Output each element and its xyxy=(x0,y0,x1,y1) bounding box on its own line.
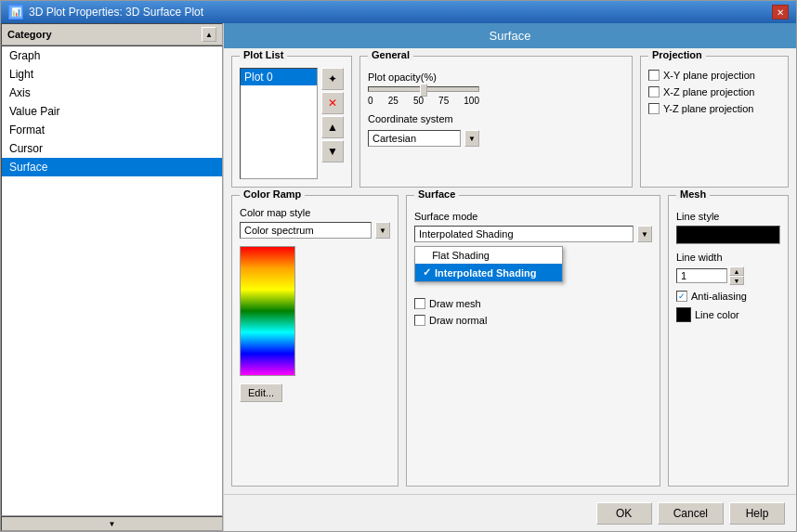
spinner-up[interactable]: ▲ xyxy=(729,266,744,276)
sidebar-item-format[interactable]: Format xyxy=(2,121,222,139)
slider-label-50: 50 xyxy=(413,96,424,106)
line-style-container: Line style xyxy=(676,211,780,244)
color-ramp-section: Color Ramp Color map style Color spectru… xyxy=(231,195,398,487)
xz-projection-checkbox[interactable] xyxy=(648,86,660,97)
sidebar: Category ▲ Graph Light Axis Value Pair F… xyxy=(1,23,224,531)
xy-projection-checkbox[interactable] xyxy=(648,70,660,81)
window-title: 3D Plot Properties: 3D Surface Plot xyxy=(29,6,203,19)
color-ramp-preview xyxy=(240,246,295,376)
line-color-label: Line color xyxy=(695,309,739,320)
surface-mode-dropdown: Flat Shading ✓ Interpolated Shading xyxy=(414,246,563,282)
line-style-label: Line style xyxy=(676,211,780,222)
main-body: Plot List Plot 0 ✦ ✕ ▲ ▼ xyxy=(224,48,796,494)
sidebar-item-surface[interactable]: Surface xyxy=(2,158,222,176)
add-plot-button[interactable]: ✦ xyxy=(321,68,344,90)
title-bar-left: 📊 3D Plot Properties: 3D Surface Plot xyxy=(8,5,203,19)
line-width-input[interactable] xyxy=(676,268,727,283)
surface-mode-label: Surface mode xyxy=(414,211,652,222)
move-down-button[interactable]: ▼ xyxy=(321,140,344,162)
projection-section: Projection X-Y plane projection X-Z plan… xyxy=(640,56,789,188)
sidebar-items-list: Graph Light Axis Value Pair Format Curso… xyxy=(1,45,223,516)
main-content: Surface Plot List Plot 0 ✦ ✕ xyxy=(224,23,796,531)
line-width-label: Line width xyxy=(676,252,780,263)
move-up-button[interactable]: ▲ xyxy=(321,116,344,138)
opacity-slider[interactable] xyxy=(368,86,479,92)
xy-projection-row: X-Y plane projection xyxy=(648,70,780,81)
coord-value: Cartesian xyxy=(372,133,416,144)
surface-mode-value: Interpolated Shading xyxy=(419,228,514,240)
color-map-style-label: Color map style xyxy=(240,207,310,218)
yz-projection-checkbox[interactable] xyxy=(648,103,660,114)
color-map-arrow[interactable]: ▼ xyxy=(375,222,390,239)
sidebar-item-value-pair[interactable]: Value Pair xyxy=(2,102,222,121)
draw-normal-checkbox[interactable] xyxy=(414,315,425,326)
remove-plot-button[interactable]: ✕ xyxy=(321,92,344,114)
sidebar-item-cursor[interactable]: Cursor xyxy=(2,139,222,158)
interpolated-shading-option[interactable]: ✓ Interpolated Shading xyxy=(415,264,562,281)
plot-list-section: Plot List Plot 0 ✦ ✕ ▲ ▼ xyxy=(231,56,352,188)
top-row: Plot List Plot 0 ✦ ✕ ▲ ▼ xyxy=(231,56,789,188)
yz-projection-row: Y-Z plane projection xyxy=(648,103,780,114)
surface-section: Surface Surface mode Interpolated Shadin… xyxy=(406,195,660,487)
color-map-value: Color spectrum xyxy=(244,225,314,236)
plot-list-box[interactable]: Plot 0 xyxy=(240,68,318,179)
surface-mode-container: Surface mode Interpolated Shading ▼ xyxy=(414,211,652,242)
sidebar-item-axis[interactable]: Axis xyxy=(2,84,222,102)
flat-shading-label: Flat Shading xyxy=(432,250,490,261)
draw-mesh-checkbox[interactable] xyxy=(414,298,425,309)
help-button[interactable]: Help xyxy=(729,502,785,525)
sidebar-item-graph[interactable]: Graph xyxy=(2,46,222,65)
coord-select[interactable]: Cartesian xyxy=(368,130,461,147)
coord-container: Coordinate system Cartesian ▼ xyxy=(368,113,624,147)
coord-label: Coordinate system xyxy=(368,113,624,124)
surface-mode-arrow[interactable]: ▼ xyxy=(637,226,652,242)
sidebar-scroll-up[interactable]: ▲ xyxy=(202,27,216,42)
edit-button[interactable]: Edit... xyxy=(240,383,282,402)
anti-alias-label: Anti-aliasing xyxy=(691,291,747,302)
close-button[interactable]: ✕ xyxy=(772,5,789,19)
slider-labels: 0 25 50 75 100 xyxy=(368,96,479,106)
cancel-button[interactable]: Cancel xyxy=(658,502,724,525)
sidebar-header: Category ▲ xyxy=(1,23,223,45)
main-window: 📊 3D Plot Properties: 3D Surface Plot ✕ … xyxy=(0,0,797,532)
color-map-select[interactable]: Color spectrum xyxy=(240,222,372,239)
draw-mesh-row: Draw mesh xyxy=(414,298,652,309)
color-ramp-label: Color Ramp xyxy=(240,188,305,200)
coord-dropdown: Cartesian ▼ xyxy=(368,130,624,147)
general-section: General Plot opacity(%) 0 25 50 75 xyxy=(359,56,633,188)
surface-mode-select-row: Interpolated Shading ▼ Flat Shading xyxy=(414,226,652,242)
sidebar-category-label: Category xyxy=(7,29,52,40)
slider-thumb xyxy=(420,84,427,97)
mesh-section: Mesh Line style Line width ▲ ▼ xyxy=(668,195,789,487)
draw-normal-label: Draw normal xyxy=(429,315,487,326)
ok-button[interactable]: OK xyxy=(596,502,652,525)
flat-shading-option[interactable]: Flat Shading xyxy=(415,247,562,264)
surface-mode-select[interactable]: Interpolated Shading xyxy=(414,226,634,242)
coord-dropdown-arrow[interactable]: ▼ xyxy=(464,130,479,147)
xz-projection-label: X-Z plane projection xyxy=(663,86,754,97)
interpolated-shading-label: Interpolated Shading xyxy=(435,267,536,279)
anti-alias-row: ✓ Anti-aliasing xyxy=(676,291,780,302)
plot-list-item[interactable]: Plot 0 xyxy=(241,69,317,85)
interpolated-check: ✓ xyxy=(423,266,431,279)
slider-label-25: 25 xyxy=(388,96,398,106)
color-map-row: Color map style xyxy=(240,207,390,218)
anti-alias-checkbox[interactable]: ✓ xyxy=(676,291,687,302)
window-body: Category ▲ Graph Light Axis Value Pair F… xyxy=(1,23,796,531)
mesh-label: Mesh xyxy=(676,188,710,200)
slider-label-100: 100 xyxy=(464,96,479,106)
color-map-select-row: Color spectrum ▼ xyxy=(240,222,390,239)
spinner-buttons: ▲ ▼ xyxy=(729,266,744,285)
opacity-label: Plot opacity(%) xyxy=(368,71,624,83)
line-color-swatch[interactable] xyxy=(676,307,691,322)
sidebar-scroll-down[interactable]: ▼ xyxy=(1,516,223,531)
sidebar-item-light[interactable]: Light xyxy=(2,65,222,84)
plot-list-buttons: ✦ ✕ ▲ ▼ xyxy=(321,68,344,179)
line-width-container: Line width ▲ ▼ xyxy=(676,252,780,285)
yz-projection-label: Y-Z plane projection xyxy=(663,103,753,114)
surface-section-label: Surface xyxy=(414,188,459,200)
title-bar-controls: ✕ xyxy=(772,5,789,19)
xy-projection-label: X-Y plane projection xyxy=(663,70,755,81)
bottom-row: Color Ramp Color map style Color spectru… xyxy=(231,195,789,487)
spinner-down[interactable]: ▼ xyxy=(729,276,744,285)
